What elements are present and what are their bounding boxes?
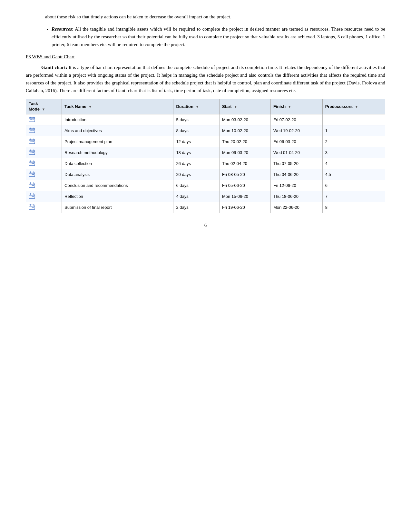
finish-cell: Mon 22-06-20 — [270, 202, 322, 213]
th-start[interactable]: Start ▼ — [220, 99, 271, 114]
task-mode-cell — [26, 180, 62, 191]
table-row: Submission of final report2 daysFri 19-0… — [26, 202, 385, 213]
sort-arrow-finish: ▼ — [288, 105, 291, 109]
duration-cell: 20 days — [173, 169, 220, 180]
table-row: Project management plan12 daysThu 20-02-… — [26, 136, 385, 147]
duration-cell: 6 days — [173, 180, 220, 191]
task-name-cell: Introduction — [62, 114, 173, 125]
task-mode-cell — [26, 125, 62, 136]
start-cell: Mon 10-02-20 — [220, 125, 271, 136]
sort-arrow-predecessors: ▼ — [355, 105, 358, 109]
predecessors-cell: 3 — [322, 147, 385, 158]
body-para-gantt: Gantt chart: It is a type of bar chart r… — [26, 63, 385, 94]
duration-cell: 26 days — [173, 158, 220, 169]
section-heading: P3 WBS and Gantt Chart — [26, 54, 385, 60]
gantt-table: TaskMode ▼ Task Name ▼ Duration ▼ Start … — [26, 99, 385, 213]
duration-cell: 5 days — [173, 114, 220, 125]
table-row: Aims and objectives8 daysMon 10-02-20Wed… — [26, 125, 385, 136]
sort-arrow-duration: ▼ — [195, 105, 199, 109]
bullet-text: : All the tangible and intangible assets… — [52, 26, 385, 47]
predecessors-cell — [322, 114, 385, 125]
th-predecessors[interactable]: Predecessors ▼ — [322, 99, 385, 114]
duration-cell: 8 days — [173, 125, 220, 136]
task-name-cell: Data analysis — [62, 169, 173, 180]
table-row: Research methodology18 daysMon 09-03-20W… — [26, 147, 385, 158]
finish-cell: Fri 12-06-20 — [270, 180, 322, 191]
intro-para-1: about these risk so that timely actions … — [45, 13, 385, 21]
task-mode-cell — [26, 158, 62, 169]
predecessors-cell: 4 — [322, 158, 385, 169]
table-row: Data analysis20 daysFri 08-05-20Thu 04-0… — [26, 169, 385, 180]
task-mode-icon — [29, 171, 35, 178]
task-name-cell: Aims and objectives — [62, 125, 173, 136]
task-mode-icon — [29, 204, 35, 211]
table-header-row: TaskMode ▼ Task Name ▼ Duration ▼ Start … — [26, 99, 385, 114]
th-task-name[interactable]: Task Name ▼ — [62, 99, 173, 114]
task-name-cell: Data collection — [62, 158, 173, 169]
finish-cell: Thu 07-05-20 — [270, 158, 322, 169]
start-cell: Thu 02-04-20 — [220, 158, 271, 169]
sort-arrow-task-mode: ▼ — [42, 107, 45, 111]
bullet-list: Resources: All the tangible and intangib… — [45, 25, 385, 48]
task-mode-cell — [26, 147, 62, 158]
task-mode-cell — [26, 114, 62, 125]
start-cell: Fri 08-05-20 — [220, 169, 271, 180]
predecessors-cell: 6 — [322, 180, 385, 191]
finish-cell: Thu 18-06-20 — [270, 191, 322, 202]
gantt-bold-intro: Gantt chart: — [41, 65, 67, 70]
start-cell: Fri 19-06-20 — [220, 202, 271, 213]
task-mode-cell — [26, 191, 62, 202]
th-finish[interactable]: Finish ▼ — [270, 99, 322, 114]
bullet-item-resources: Resources: All the tangible and intangib… — [52, 25, 385, 48]
page-number: 6 — [26, 223, 385, 228]
finish-cell: Fri 07-02-20 — [270, 114, 322, 125]
predecessors-cell: 1 — [322, 125, 385, 136]
task-mode-icon — [29, 193, 35, 200]
start-cell: Mon 09-03-20 — [220, 147, 271, 158]
th-task-mode[interactable]: TaskMode ▼ — [26, 99, 62, 114]
start-cell: Thu 20-02-20 — [220, 136, 271, 147]
duration-cell: 4 days — [173, 191, 220, 202]
finish-cell: Wed 01-04-20 — [270, 147, 322, 158]
start-cell: Fri 05-06-20 — [220, 180, 271, 191]
finish-cell: Thu 04-06-20 — [270, 169, 322, 180]
task-mode-icon — [29, 138, 35, 145]
task-name-cell: Project management plan — [62, 136, 173, 147]
predecessors-cell: 2 — [322, 136, 385, 147]
table-body: Introduction5 daysMon 03-02-20Fri 07-02-… — [26, 114, 385, 213]
table-row: Introduction5 daysMon 03-02-20Fri 07-02-… — [26, 114, 385, 125]
sort-arrow-task-name: ▼ — [88, 105, 92, 109]
task-mode-icon — [29, 116, 35, 123]
th-duration[interactable]: Duration ▼ — [173, 99, 220, 114]
predecessors-cell: 4,5 — [322, 169, 385, 180]
predecessors-cell: 7 — [322, 191, 385, 202]
duration-cell: 2 days — [173, 202, 220, 213]
table-row: Data collection26 daysThu 02-04-20Thu 07… — [26, 158, 385, 169]
duration-cell: 18 days — [173, 147, 220, 158]
task-name-cell: Submission of final report — [62, 202, 173, 213]
sort-arrow-start: ▼ — [234, 105, 237, 109]
table-row: Conclusion and recommendations6 daysFri … — [26, 180, 385, 191]
finish-cell: Wed 19-02-20 — [270, 125, 322, 136]
task-mode-cell — [26, 202, 62, 213]
finish-cell: Fri 06-03-20 — [270, 136, 322, 147]
task-mode-icon — [29, 127, 35, 134]
task-name-cell: Reflection — [62, 191, 173, 202]
task-mode-icon — [29, 149, 35, 156]
task-mode-icon — [29, 160, 35, 167]
task-mode-cell — [26, 169, 62, 180]
bullet-label: Resources — [52, 26, 72, 32]
task-mode-icon — [29, 182, 35, 189]
task-mode-cell — [26, 136, 62, 147]
start-cell: Mon 15-06-20 — [220, 191, 271, 202]
predecessors-cell: 8 — [322, 202, 385, 213]
duration-cell: 12 days — [173, 136, 220, 147]
start-cell: Mon 03-02-20 — [220, 114, 271, 125]
task-name-cell: Research methodology — [62, 147, 173, 158]
task-name-cell: Conclusion and recommendations — [62, 180, 173, 191]
table-row: Reflection4 daysMon 15-06-20Thu 18-06-20… — [26, 191, 385, 202]
